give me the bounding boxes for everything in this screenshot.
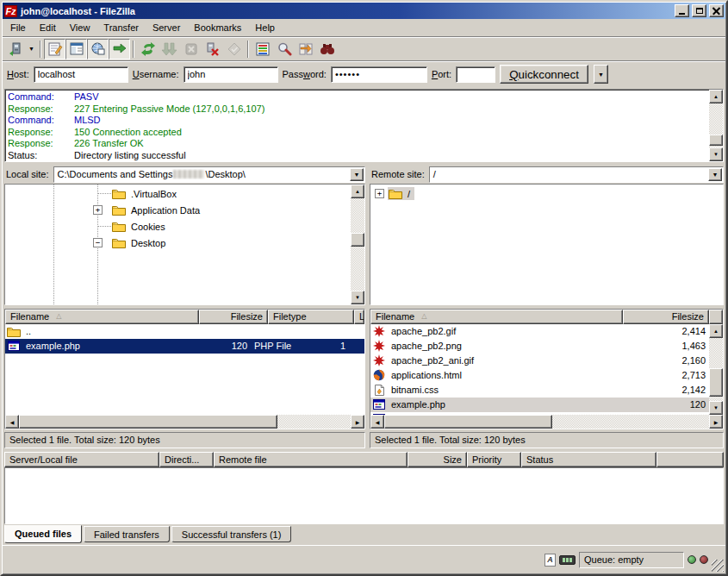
remote-horizontal-scrollbar[interactable]: ◀ ▶ [370, 415, 723, 429]
chevron-down-icon: ▼ [598, 72, 604, 78]
file-row-selected[interactable]: example.php 120 [370, 398, 709, 412]
remote-path-combobox[interactable]: / ▼ [429, 166, 724, 183]
minimize-button[interactable] [675, 4, 689, 17]
collapse-icon[interactable]: − [93, 238, 103, 247]
quickconnect-button[interactable]: Quickconnect [500, 65, 588, 84]
username-input[interactable] [184, 66, 278, 83]
tab-successful-transfers[interactable]: Successful transfers (1) [171, 526, 292, 542]
speed-limits-icon[interactable] [559, 555, 576, 565]
chevron-down-icon: ▼ [28, 46, 34, 52]
scrollbar-thumb[interactable] [384, 415, 552, 429]
menu-edit[interactable]: Edit [33, 20, 63, 35]
scroll-right-button[interactable]: ▶ [709, 415, 723, 429]
file-row[interactable]: apache_pb2_ani.gif 2,160 [370, 354, 709, 368]
column-header-filesize[interactable]: Filesize [623, 310, 709, 324]
site-manager-button[interactable] [4, 39, 26, 59]
scrollbar-thumb[interactable] [351, 233, 364, 247]
cancel-operation-button[interactable] [180, 39, 202, 59]
tree-item-application-data[interactable]: + Application Data [5, 202, 351, 218]
host-input[interactable] [34, 66, 128, 83]
menu-bookmarks[interactable]: Bookmarks [187, 20, 248, 35]
status-bar: A Queue: empty [3, 545, 725, 573]
tree-item-label: Application Data [129, 205, 202, 216]
site-manager-dropdown-button[interactable]: ▼ [26, 40, 37, 59]
quickconnect-dropdown-button[interactable]: ▼ [594, 65, 608, 84]
maximize-button[interactable] [692, 4, 706, 17]
port-input[interactable] [456, 66, 495, 83]
password-input[interactable] [331, 66, 427, 83]
menu-file[interactable]: File [3, 20, 33, 35]
remote-path-dropdown-button[interactable]: ▼ [708, 168, 722, 181]
file-row[interactable]: bitnami.css 2,142 [370, 383, 709, 398]
local-horizontal-scrollbar[interactable]: ◀ ▶ [5, 415, 364, 429]
close-button[interactable] [709, 4, 724, 17]
directory-comparison-button[interactable] [295, 39, 316, 59]
transfer-type-ascii-icon[interactable]: A [544, 554, 556, 567]
scrollbar-thumb[interactable] [709, 368, 723, 397]
scroll-up-button[interactable]: ▲ [351, 185, 364, 198]
column-header-filetype[interactable]: Filetype [268, 310, 354, 324]
column-header-status[interactable]: Status [521, 452, 656, 467]
column-header-last-modified[interactable]: L [354, 310, 364, 324]
file-search-button[interactable] [273, 39, 295, 59]
local-tree-scrollbar[interactable]: ▲ ▼ [351, 185, 364, 304]
tree-item-virtualbox[interactable]: .VirtualBox [5, 185, 351, 202]
directory-listing-filters-button[interactable] [252, 39, 273, 59]
expand-icon[interactable]: + [93, 205, 103, 215]
column-header-priority[interactable]: Priority [467, 452, 521, 467]
file-row-parent-dir[interactable]: .. [5, 324, 364, 339]
tab-failed-transfers[interactable]: Failed transfers [84, 526, 170, 542]
toggle-transfer-queue-button[interactable] [109, 39, 130, 59]
scroll-down-button[interactable]: ▼ [709, 147, 723, 161]
scrollbar-thumb[interactable] [709, 135, 723, 146]
column-header-server-local-file[interactable]: Server/Local file [4, 452, 159, 467]
menu-transfer[interactable]: Transfer [96, 20, 146, 35]
scroll-left-button[interactable]: ◀ [5, 415, 19, 429]
scroll-down-button[interactable]: ▼ [351, 291, 364, 304]
menu-server[interactable]: Server [146, 20, 187, 35]
file-row[interactable]: apache_pb2.gif 2,414 [370, 324, 709, 339]
toggle-message-log-button[interactable] [44, 39, 65, 59]
column-header-remote-file[interactable]: Remote file [214, 452, 408, 467]
toolbar-separator [40, 41, 41, 58]
tree-item-root[interactable]: + / [370, 185, 723, 202]
scrollbar-thumb[interactable] [19, 415, 277, 429]
file-row[interactable]: apache_pb2.png 1,463 [370, 339, 709, 354]
scroll-right-button[interactable]: ▶ [351, 415, 364, 429]
title-bar[interactable]: Fz john@localhost - FileZilla [3, 3, 725, 19]
process-queue-button[interactable] [159, 39, 180, 59]
column-header-size[interactable]: Size [408, 452, 467, 467]
toggle-remote-tree-button[interactable] [87, 39, 109, 59]
log-vertical-scrollbar[interactable]: ▲ ▼ [709, 90, 723, 161]
column-header-filesize[interactable]: Filesize [199, 310, 268, 324]
php-file-icon [8, 341, 20, 351]
reconnect-button[interactable] [223, 39, 245, 59]
column-header-filename[interactable]: Filename△ [370, 310, 623, 324]
resize-grip-icon[interactable] [712, 560, 724, 572]
column-header-direction[interactable]: Directi... [159, 452, 214, 467]
queue-list-empty[interactable] [4, 467, 724, 524]
toggle-local-tree-button[interactable] [65, 39, 87, 59]
folder-icon [7, 326, 21, 337]
remote-tree-icon [90, 41, 106, 57]
tab-queued-files[interactable]: Queued files [4, 525, 82, 543]
file-row-example-php[interactable]: example.php 120 PHP File 1 [5, 339, 364, 354]
scroll-up-button[interactable]: ▲ [709, 324, 723, 338]
scroll-left-button[interactable]: ◀ [370, 415, 384, 429]
scroll-up-button[interactable]: ▲ [709, 90, 723, 103]
disconnect-button[interactable] [202, 39, 223, 59]
expand-icon[interactable]: + [375, 189, 384, 198]
tree-item-desktop[interactable]: − Desktop [5, 235, 351, 251]
remote-vertical-scrollbar[interactable]: ▲ ▼ [709, 324, 723, 416]
menu-view[interactable]: View [63, 20, 97, 35]
local-path-combobox[interactable]: C:\Documents and Settings\Desktop\ ▼ [53, 166, 365, 183]
synchronized-browsing-button[interactable] [316, 39, 338, 59]
column-header-filename[interactable]: Filename△ [5, 310, 199, 324]
log-line: Response:150 Connection accepted [8, 127, 709, 139]
menu-help[interactable]: Help [248, 20, 282, 35]
refresh-button[interactable] [137, 39, 159, 59]
file-row[interactable]: applications.html 2,713 [370, 368, 709, 383]
scroll-down-button[interactable]: ▼ [709, 401, 723, 415]
local-path-dropdown-button[interactable]: ▼ [350, 168, 364, 181]
tree-item-cookies[interactable]: Cookies [5, 218, 351, 235]
